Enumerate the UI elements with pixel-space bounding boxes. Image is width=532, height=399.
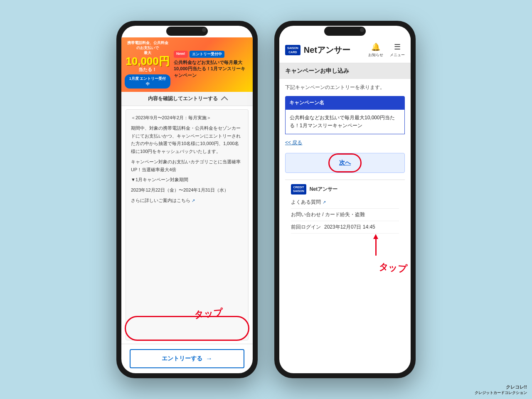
watermark-line1: クレコレ!! (475, 384, 527, 390)
footer-logo: CREDIT SAISON (291, 184, 306, 194)
arrow-line-up (375, 239, 377, 256)
tag-entry: エントリー受付中 (190, 51, 224, 58)
notification-group[interactable]: 🔔 お知らせ (368, 42, 383, 58)
detail-text4: ▼1月キャンペーン対象期間 (131, 176, 243, 184)
phone-notch (166, 27, 208, 36)
footer-app-name: Netアンサー (310, 186, 337, 193)
entry-button-area[interactable]: エントリーする → (121, 344, 253, 373)
phone-camera (202, 28, 206, 32)
tappu-annotation-left: タップ (194, 306, 223, 321)
detail-text6: さらに詳しいご案内はこちら ↗ (131, 197, 243, 204)
arrow-head-up-icon (373, 234, 378, 239)
banner-top-text: 携帯電話料金、公共料金 のお支払いで (125, 41, 170, 50)
banner-title: 公共料金などお支払いで毎月最大10,000円当たる！1月マンスリーキャンペーン (174, 59, 249, 79)
right-content: 下記キャンペーンのエントリーを承ります。 キャンペーン名 公共料金などお支払いで… (279, 79, 411, 373)
watermark-line2: クレジットカードコレクション (475, 390, 527, 396)
header-icons: 🔔 お知らせ ☰ メニュー (368, 42, 405, 58)
bell-icon: 🔔 (371, 42, 380, 52)
entry-button-label: エントリーする (162, 355, 202, 362)
tappu-annotation-right: タップ (378, 261, 408, 276)
hamburger-icon: ☰ (394, 42, 401, 52)
next-button-container: 次へ (285, 153, 405, 173)
subtitle: 下記キャンペーンのエントリーを承ります。 (285, 84, 405, 91)
page-title-bar: キャンペーンお申し込み (279, 63, 411, 79)
notification-label: お知らせ (368, 52, 383, 58)
phone-camera-right (360, 28, 364, 32)
banner-right: New! エントリー受付中 公共料金などお支払いで毎月最大10,000円当たる！… (174, 51, 249, 79)
back-link[interactable]: << 戻る (285, 139, 405, 146)
banner-entry-button[interactable]: 1月度 エントリー受付中 (125, 74, 170, 89)
right-screen: SAISON CARD Netアンサー 🔔 お知らせ ☰ メニュー (279, 26, 411, 373)
banner-win: 当たる！ (138, 66, 157, 73)
page-title: キャンペーンお申し込み (285, 67, 349, 74)
contact-link[interactable]: お問い合わせ / カード紛失・盗難 (291, 211, 399, 221)
campaign-banner[interactable]: 携帯電話料金、公共料金 のお支払いで 最大 10,000円 当たる！ 1月度 エ… (121, 37, 253, 92)
app-header: SAISON CARD Netアンサー 🔔 お知らせ ☰ メニュー (279, 37, 411, 63)
last-login: 前回ログイン 2023年12月07日 14:45 (291, 224, 399, 234)
menu-label: メニュー (390, 52, 405, 58)
campaign-name-value: 公共料金などお支払いで毎月最大10,000円当たる！1月マンスリーキャンペーン (285, 110, 405, 134)
campaign-name-label: キャンペーン名 (285, 96, 405, 110)
detail-text3: キャンペーン対象のお支払いカテゴリごとに当選確率UP！当選確率最大4倍 (131, 158, 243, 173)
left-phone: 携帯電話料金、公共料金 のお支払いで 最大 10,000円 当たる！ 1月度 エ… (116, 21, 258, 378)
banner-amount: 10,000円 (126, 56, 170, 66)
footer-branding: CREDIT SAISON Netアンサー (291, 184, 399, 194)
saison-logo: SAISON CARD (285, 45, 300, 55)
entry-button[interactable]: エントリーする → (130, 349, 244, 368)
arrow-right-icon: → (206, 355, 212, 362)
confirm-text: 内容を確認してエントリーする (148, 95, 218, 102)
menu-group[interactable]: ☰ メニュー (390, 42, 405, 58)
arrow-up-annotation (373, 234, 378, 256)
footer-links: よくある質問 ↗ お問い合わせ / カード紛失・盗難 前回ログイン 2023年1… (291, 199, 399, 234)
watermark: クレコレ!! クレジットカードコレクション (475, 384, 527, 396)
detail-text5: 2023年12月22日（金）〜2024年1月31日（水） (131, 186, 243, 194)
right-phone: SAISON CARD Netアンサー 🔔 お知らせ ☰ メニュー (274, 21, 416, 378)
banner-tags: New! エントリー受付中 (174, 51, 249, 58)
confirm-bar[interactable]: 内容を確認してエントリーする (121, 92, 253, 106)
faq-link[interactable]: よくある質問 ↗ (291, 199, 399, 209)
external-link-icon: ↗ (323, 200, 326, 204)
banner-left: 携帯電話料金、公共料金 のお支払いで 最大 10,000円 当たる！ 1月度 エ… (125, 41, 170, 89)
detail-text1: ＜2023年9月〜2024年2月：毎月実施＞ (131, 114, 243, 122)
next-button[interactable]: 次へ (285, 153, 405, 173)
app-title: Netアンサー (304, 44, 365, 56)
campaign-detail: ＜2023年9月〜2024年2月：毎月実施＞ 期間中、対象の携帯電話料金・公共料… (126, 109, 249, 340)
chevron-up-icon (221, 96, 228, 103)
left-screen: 携帯電話料金、公共料金 のお支払いで 最大 10,000円 当たる！ 1月度 エ… (121, 26, 253, 373)
phone-notch-right (324, 27, 366, 36)
detail-text2: 期間中、対象の携帯電話料金・公共料金をセゾンカードにてお支払いかつ、キャンペーン… (131, 124, 243, 155)
tag-new: New! (174, 51, 188, 58)
footer-area: CREDIT SAISON Netアンサー よくある質問 ↗ お問い合わ (285, 180, 405, 237)
